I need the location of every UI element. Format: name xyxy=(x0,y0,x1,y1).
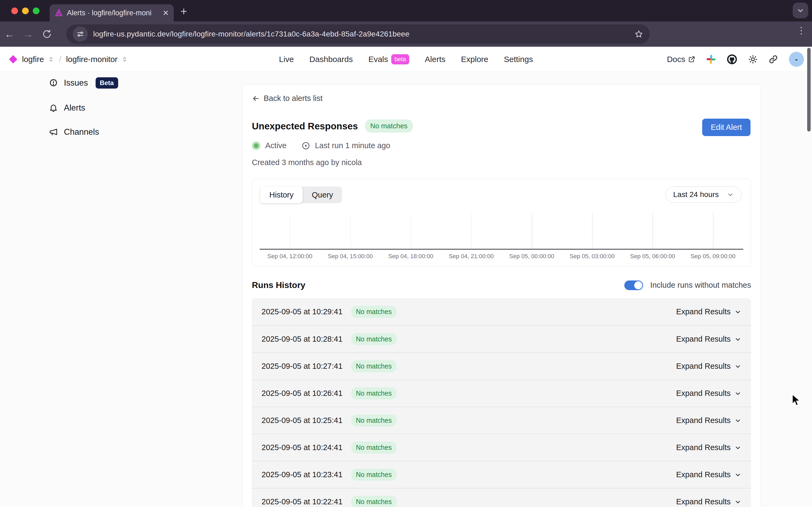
run-timestamp: 2025-09-05 at 10:29:41 xyxy=(262,307,343,316)
x-tick: Sep 04, 21:00:00 xyxy=(441,253,501,260)
user-avatar[interactable]: - xyxy=(789,52,804,67)
alert-status-badge: No matches xyxy=(365,119,413,132)
main-nav: Live Dashboards Evals beta Alerts Explor… xyxy=(279,54,533,64)
issue-icon xyxy=(49,78,58,88)
nav-alerts[interactable]: Alerts xyxy=(425,55,445,64)
run-row: 2025-09-05 at 10:29:41 No matches Expand… xyxy=(252,298,751,325)
x-tick: Sep 05, 00:00:00 xyxy=(502,253,562,260)
alert-status-row: Active Last run 1 minute ago xyxy=(252,141,751,150)
docs-link[interactable]: Docs xyxy=(667,55,696,64)
run-status-badge: No matches xyxy=(351,360,396,372)
run-status-badge: No matches xyxy=(351,306,396,318)
page-scrollbar[interactable] xyxy=(807,48,811,131)
header-actions: Docs xyxy=(667,52,804,67)
theme-toggle-sun-icon[interactable] xyxy=(748,54,758,64)
x-tick: Sep 04, 12:00:00 xyxy=(260,253,320,260)
org-switcher-icon[interactable] xyxy=(48,56,54,62)
tab-query[interactable]: Query xyxy=(303,186,342,203)
sidebar-item-alerts[interactable]: Alerts xyxy=(0,98,242,118)
include-runs-toggle[interactable] xyxy=(624,280,643,290)
expand-results-button[interactable]: Expand Results xyxy=(676,389,741,398)
nav-live[interactable]: Live xyxy=(279,55,294,64)
sidebar-item-label: Issues xyxy=(64,78,88,88)
nav-evals[interactable]: Evals beta xyxy=(368,54,409,64)
edit-alert-button[interactable]: Edit Alert xyxy=(702,119,751,136)
new-tab-button[interactable]: + xyxy=(180,6,187,17)
run-status-badge: No matches xyxy=(351,442,396,454)
app-header: logfire / logfire-monitor Live Dashboard… xyxy=(0,47,812,72)
browser-menu-icon[interactable]: ⋮ xyxy=(796,28,807,33)
sidebar-item-channels[interactable]: Channels xyxy=(0,122,242,142)
expand-results-button[interactable]: Expand Results xyxy=(676,335,741,344)
alert-state: Active xyxy=(265,141,286,150)
project-name[interactable]: logfire-monitor xyxy=(66,55,118,64)
run-timestamp: 2025-09-05 at 10:25:41 xyxy=(262,416,343,425)
expand-results-button[interactable]: Expand Results xyxy=(676,443,741,452)
run-row: 2025-09-05 at 10:23:41 No matches Expand… xyxy=(252,461,751,488)
expand-results-button[interactable]: Expand Results xyxy=(676,497,741,506)
run-timestamp: 2025-09-05 at 10:23:41 xyxy=(262,470,343,479)
github-icon[interactable] xyxy=(726,54,737,65)
site-settings-icon[interactable] xyxy=(73,26,88,42)
history-panel: History Query Last 24 hours Sep 04, 12:0… xyxy=(252,179,751,266)
minimize-window-button[interactable] xyxy=(22,7,29,14)
reload-button[interactable] xyxy=(38,29,56,39)
sidebar-item-label: Alerts xyxy=(64,103,85,113)
project-switcher-icon[interactable] xyxy=(121,56,128,62)
time-range-dropdown[interactable]: Last 24 hours xyxy=(665,186,742,203)
expand-results-button[interactable]: Expand Results xyxy=(676,470,741,479)
run-status-badge: No matches xyxy=(351,333,396,345)
chevron-down-icon xyxy=(735,390,741,397)
nav-dashboards[interactable]: Dashboards xyxy=(309,55,353,64)
alert-title: Unexpected Responses xyxy=(252,121,358,131)
mouse-cursor xyxy=(792,394,802,407)
chevron-down-icon xyxy=(735,444,741,451)
run-row: 2025-09-05 at 10:25:41 No matches Expand… xyxy=(252,407,751,434)
x-tick: Sep 04, 18:00:00 xyxy=(380,253,441,260)
zoom-window-button[interactable] xyxy=(33,7,40,14)
close-window-button[interactable] xyxy=(11,7,18,14)
sidebar-item-label: Channels xyxy=(64,127,99,137)
back-arrow-icon xyxy=(252,95,260,103)
browser-toolbar: ← → logfire-us.pydantic.dev/logfire/logf… xyxy=(0,21,812,47)
expand-results-button[interactable]: Expand Results xyxy=(676,416,741,425)
tab-search-button[interactable] xyxy=(793,3,808,18)
share-link-icon[interactable] xyxy=(768,54,778,64)
run-status-badge: No matches xyxy=(351,414,396,427)
favicon-logfire-icon xyxy=(55,9,63,17)
run-row: 2025-09-05 at 10:26:41 No matches Expand… xyxy=(252,380,751,407)
chevron-down-icon xyxy=(735,498,741,505)
nav-settings[interactable]: Settings xyxy=(504,55,533,64)
last-run-text: Last run 1 minute ago xyxy=(315,141,390,150)
url-bar[interactable]: logfire-us.pydantic.dev/logfire/logfire-… xyxy=(66,24,650,44)
slack-icon[interactable] xyxy=(706,54,716,64)
forward-button[interactable]: → xyxy=(19,29,38,40)
run-row: 2025-09-05 at 10:24:41 No matches Expand… xyxy=(252,434,751,461)
back-to-alerts-link[interactable]: Back to alerts list xyxy=(252,94,751,103)
chevron-down-icon xyxy=(735,417,741,424)
expand-results-button[interactable]: Expand Results xyxy=(676,362,741,371)
chevron-down-icon xyxy=(735,363,741,370)
tab-history[interactable]: History xyxy=(260,186,303,203)
run-timestamp: 2025-09-05 at 10:24:41 xyxy=(262,443,343,452)
alert-detail-card: Back to alerts list Edit Alert Unexpecte… xyxy=(242,84,761,507)
window-controls[interactable] xyxy=(11,7,40,14)
bookmark-star-icon[interactable] xyxy=(634,30,643,39)
browser-tab[interactable]: Alerts · logfire/logfire-monitor ✕ xyxy=(50,4,174,21)
runs-list: 2025-09-05 at 10:29:41 No matches Expand… xyxy=(252,298,751,507)
browser-tab-strip: Alerts · logfire/logfire-monitor ✕ + xyxy=(0,0,812,21)
expand-results-button[interactable]: Expand Results xyxy=(676,307,741,316)
megaphone-icon xyxy=(49,127,58,136)
tab-close-icon[interactable]: ✕ xyxy=(163,9,169,17)
sidebar: Issues Beta Alerts Channels xyxy=(0,72,242,142)
alert-history-chart xyxy=(260,213,743,249)
x-tick: Sep 04, 15:00:00 xyxy=(320,253,380,260)
run-timestamp: 2025-09-05 at 10:28:41 xyxy=(262,335,343,344)
nav-explore[interactable]: Explore xyxy=(461,55,488,64)
sidebar-item-issues[interactable]: Issues Beta xyxy=(0,72,242,94)
back-button[interactable]: ← xyxy=(0,29,19,40)
url-text[interactable]: logfire-us.pydantic.dev/logfire/logfire-… xyxy=(93,30,629,38)
chart-x-axis-labels: Sep 04, 12:00:00 Sep 04, 15:00:00 Sep 04… xyxy=(260,253,743,260)
run-row: 2025-09-05 at 10:28:41 No matches Expand… xyxy=(252,325,751,352)
org-name[interactable]: logfire xyxy=(22,55,44,64)
